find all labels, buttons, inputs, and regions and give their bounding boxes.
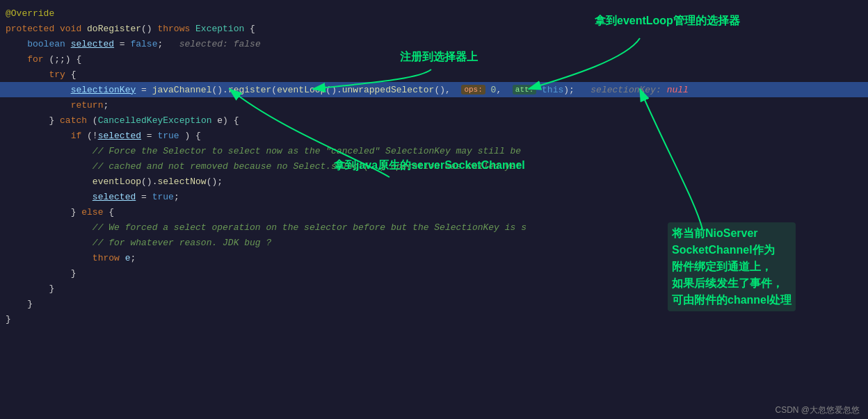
indent-13 [6,192,93,202]
code-line-8: } catch (CancelledKeyException e) { [0,113,868,128]
method-eventloop-2: eventLoop [93,176,141,187]
kw-void: void [60,24,87,34]
var-selected-2: selected [98,131,141,141]
method-unwrappedselector: unwrappedSelector [342,85,435,95]
kw-catch: catch [60,115,93,126]
debug-selectionkey: selectionKey: [590,85,661,95]
code-line-14: } else { [0,204,868,220]
var-selected-1: selected [71,39,114,49]
code-line-4: for (;;) { [0,51,868,67]
plain-19: = [141,131,157,141]
indent-6 [6,85,71,95]
plain-18: (! [87,131,98,141]
indent-9 [6,131,71,141]
indent-14 [6,207,71,217]
code-content: @Override protected void doRegister() th… [0,0,868,332]
plain-5: (;;) { [49,54,81,65]
plain-7: = [136,85,152,95]
null-selectionkey: null [667,85,689,95]
code-line-18: } [0,265,868,281]
code-line-19: } [0,281,868,296]
code-line-1: @Override [0,6,868,21]
indent-16 [6,238,93,248]
kw-protected: protected [6,24,60,34]
code-line-15: // We forced a select operation on the s… [0,220,868,235]
code-line-6: selectionKey = javaChannel().register(ev… [0,82,868,97]
footer-csdn: CSDN @大忽悠爱忽悠 [766,402,868,419]
plain-att-val [536,85,542,95]
debug-selected: selected: false [179,39,261,49]
plain-27: ; [130,253,136,263]
indent-20 [6,299,27,309]
kw-for: for [27,54,49,65]
method-doregister: doRegister [87,24,141,34]
indent-8 [6,115,49,126]
indent-19 [6,284,49,294]
kw-true-2: true [152,192,174,202]
plain-23: = [136,192,152,202]
kw-this: this [542,85,563,95]
plain-6: { [65,69,77,80]
method-selectnow: selectNow [157,176,206,187]
indent-17 [6,253,93,263]
comment-3: // We forced a select operation on the s… [93,222,527,233]
type-exception: Exception [195,24,244,34]
plain-10: (). [326,85,341,95]
plain-8: (). [211,85,227,95]
plain-2: { [244,24,255,34]
indent-15 [6,222,93,233]
plain-14: ; [103,100,108,110]
code-line-7: return; [0,97,868,113]
plain-26: { [108,207,114,217]
code-line-5: try { [0,67,868,82]
plain-9: ( [271,85,277,95]
indent-3 [6,39,27,49]
plain-16: ( [93,115,98,126]
code-line-17: throw e; [0,250,868,265]
method-eventloop: eventLoop [277,85,326,95]
indent-7 [6,100,71,110]
kw-false: false [130,39,157,49]
plain-29: } [49,284,54,294]
kw-throw: throw [93,253,125,263]
code-line-2: protected void doRegister() throws Excep… [0,21,868,36]
plain-13: ); [563,85,590,95]
param-ops: ops: [461,85,485,95]
plain-17: e) { [211,115,239,126]
indent-10 [6,146,93,156]
plain-28: } [71,268,77,279]
code-editor: @Override protected void doRegister() th… [0,0,868,419]
indent-4 [6,54,27,65]
plain-22: (); [207,176,223,187]
plain-11: (), [434,85,461,95]
plain-24: ; [174,192,179,202]
code-line-12: eventLoop().selectNow(); [0,174,868,189]
plain-30: } [27,299,33,309]
kw-true: true [157,131,179,141]
plain-4: ; [157,39,179,49]
var-e: e [125,253,131,263]
code-line-13: selected = true; [0,189,868,204]
indent-18 [6,268,71,279]
var-selected-3: selected [93,192,136,202]
kw-throws: throws [157,24,195,34]
plain-1: () [141,24,157,34]
type-cancelledkey: CancelledKeyException [98,115,212,126]
code-line-10: // Force the Selector to select now as t… [0,143,868,158]
plain-20: ) { [179,131,201,141]
code-line-20: } [0,296,868,311]
kw-try: try [49,69,65,80]
plain-21: (). [141,176,157,187]
code-line-3: boolean selected = false; selected: fals… [0,36,868,51]
code-line-16: // for whatever reason. JDK bug ? [0,235,868,250]
code-line-11: // cached and not removed because no Sel… [0,158,868,174]
plain-15: } [49,115,60,126]
plain-3: = [114,39,130,49]
indent-11 [6,161,93,172]
plain-31: } [6,314,11,324]
plain-ops-val [485,85,491,95]
kw-if: if [71,131,87,141]
kw-else: else [81,207,108,217]
kw-boolean: boolean [27,39,70,49]
comment-1: // Force the Selector to select now as t… [93,146,521,156]
